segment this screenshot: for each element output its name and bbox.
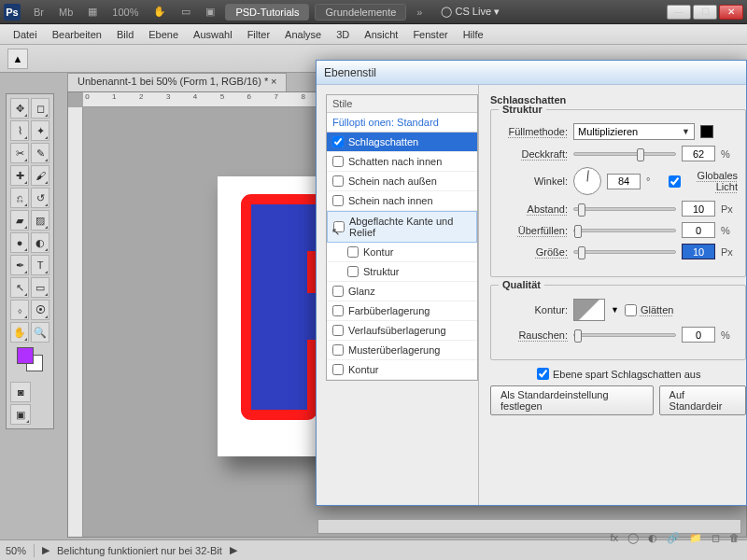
status-arrow-icon-2[interactable]: ▶: [230, 544, 237, 556]
menu-analyse[interactable]: Analyse: [277, 26, 329, 43]
gradient-tool[interactable]: ▨: [31, 210, 49, 231]
new-icon[interactable]: ◻: [712, 532, 720, 544]
abstand-input[interactable]: [682, 201, 715, 217]
folder-icon[interactable]: 📁: [689, 532, 702, 544]
stamp-tool[interactable]: ⎌: [10, 188, 29, 208]
style-row-musterueberlagerung[interactable]: Musterüberlagerung: [327, 341, 477, 360]
minibridge-button[interactable]: Mb: [53, 5, 78, 20]
foreground-color-swatch[interactable]: [17, 347, 34, 364]
workspace-grundelemente[interactable]: Grundelemente: [315, 4, 406, 21]
move-tool[interactable]: ✥: [10, 98, 29, 119]
style-check[interactable]: [332, 325, 344, 336]
workspace-more-icon[interactable]: »: [411, 5, 428, 20]
winkel-input[interactable]: [607, 174, 641, 189]
brush-tool[interactable]: 🖌: [31, 165, 49, 186]
blur-tool[interactable]: ●: [10, 232, 29, 253]
style-row-kontur[interactable]: Kontur: [327, 360, 477, 380]
marquee-tool[interactable]: ◻: [31, 98, 49, 119]
hand-tool[interactable]: ✋: [10, 322, 29, 343]
shadow-color-swatch[interactable]: [700, 125, 713, 138]
heal-tool[interactable]: ✚: [10, 165, 29, 186]
menu-filter[interactable]: Filter: [240, 26, 277, 43]
window-close-button[interactable]: ✕: [719, 5, 743, 20]
zoom-level[interactable]: 100%: [106, 5, 144, 20]
pen-tool[interactable]: ✒: [10, 255, 29, 275]
deckkraft-slider[interactable]: [573, 152, 676, 156]
groesse-input[interactable]: [682, 244, 715, 259]
style-row-glanz[interactable]: Glanz: [327, 282, 477, 301]
menu-bild[interactable]: Bild: [109, 26, 141, 43]
style-row-schein-aussen[interactable]: Schein nach außen: [327, 172, 477, 191]
style-check[interactable]: [347, 246, 359, 258]
style-row-schein-innen[interactable]: Schein nach innen: [327, 191, 477, 211]
style-check[interactable]: [332, 156, 344, 167]
groesse-slider[interactable]: [573, 250, 676, 254]
lasso-tool[interactable]: ⌇: [10, 120, 29, 141]
eraser-tool[interactable]: ▰: [10, 210, 29, 231]
eyedropper-tool[interactable]: ✎: [31, 143, 49, 163]
menu-bearbeiten[interactable]: Bearbeiten: [45, 26, 109, 43]
style-row-farbueberlagerung[interactable]: Farbüberlagerung: [327, 301, 477, 321]
link-icon[interactable]: 🔗: [667, 532, 680, 544]
abstand-slider[interactable]: [573, 207, 676, 211]
rauschen-slider[interactable]: [573, 333, 676, 337]
path-tool[interactable]: ↖: [10, 277, 29, 298]
menu-ebene[interactable]: Ebene: [141, 26, 186, 43]
chevron-down-icon[interactable]: ▼: [611, 305, 619, 315]
status-arrow-icon[interactable]: ▶: [42, 544, 49, 556]
view-rulers-icon[interactable]: ▦: [82, 4, 103, 20]
window-maximize-button[interactable]: ☐: [693, 5, 717, 20]
style-check-schlagschatten[interactable]: [332, 136, 344, 147]
style-row-schatten-innen[interactable]: Schatten nach innen: [327, 152, 477, 172]
style-check[interactable]: [332, 305, 344, 316]
zoom-tool[interactable]: 🔍: [31, 322, 49, 343]
3d-camera-tool[interactable]: ⦿: [31, 300, 49, 320]
fx-icon[interactable]: fx: [610, 532, 618, 544]
type-tool[interactable]: T: [31, 255, 49, 275]
menu-fenster[interactable]: Fenster: [405, 26, 455, 43]
ueberfuellen-input[interactable]: [682, 222, 715, 238]
wand-tool[interactable]: ✦: [31, 120, 49, 141]
status-zoom[interactable]: 50%: [6, 545, 26, 556]
screenmode-icon[interactable]: ▣: [200, 4, 220, 20]
style-row-verlaufsueberlagerung[interactable]: Verlaufsüberlagerung: [327, 321, 477, 341]
bridge-button[interactable]: Br: [28, 5, 49, 20]
arrange-icon[interactable]: ▭: [176, 4, 196, 20]
screenmode-button[interactable]: ▣: [10, 404, 31, 425]
rauschen-input[interactable]: [682, 327, 715, 343]
current-tool-icon[interactable]: ▲: [7, 49, 28, 69]
winkel-dial[interactable]: [573, 167, 601, 195]
hand-icon[interactable]: ✋: [148, 4, 172, 20]
fuellmethode-dropdown[interactable]: Multiplizieren▼: [573, 123, 695, 140]
trash-icon[interactable]: 🗑: [729, 532, 740, 544]
make-default-button[interactable]: Als Standardeinstellung festlegen: [490, 385, 654, 415]
tab-close-icon[interactable]: ×: [271, 76, 276, 87]
menu-hilfe[interactable]: Hilfe: [456, 26, 491, 43]
menu-3d[interactable]: 3D: [329, 26, 357, 43]
style-check[interactable]: [332, 175, 344, 187]
global-light-checkbox[interactable]: Globales Licht: [669, 170, 738, 192]
window-minimize-button[interactable]: —: [667, 5, 691, 20]
reset-default-button[interactable]: Auf Standardeir: [659, 385, 746, 415]
spare-shadow-checkbox[interactable]: Ebene spart Schlagschatten aus: [537, 368, 746, 380]
menu-ansicht[interactable]: Ansicht: [357, 26, 405, 43]
style-check[interactable]: [332, 364, 344, 375]
menu-auswahl[interactable]: Auswahl: [186, 26, 240, 43]
workspace-tutorials[interactable]: PSD-Tutorials: [225, 4, 309, 21]
style-check[interactable]: [332, 195, 344, 206]
crop-tool[interactable]: ✂: [10, 143, 29, 163]
glaetten-checkbox[interactable]: Glätten: [625, 304, 694, 316]
kontur-picker[interactable]: [573, 299, 605, 321]
history-brush-tool[interactable]: ↺: [31, 188, 49, 208]
mask-icon[interactable]: ◯: [627, 532, 639, 544]
ueberfuellen-slider[interactable]: [573, 229, 676, 232]
fill-options-row[interactable]: Füllopti onen: Standard: [327, 113, 477, 133]
quickmask-button[interactable]: ◙: [10, 382, 31, 402]
style-row-schlagschatten[interactable]: Schlagschatten: [327, 133, 477, 152]
dodge-tool[interactable]: ◐: [31, 232, 49, 253]
style-check[interactable]: [332, 344, 344, 356]
menu-datei[interactable]: Datei: [6, 26, 45, 43]
style-row-bevel[interactable]: Abgeflachte Kante und Relief↖: [327, 211, 477, 243]
cslive-button[interactable]: CS Live: [456, 6, 492, 17]
dialog-titlebar[interactable]: Ebenenstil: [317, 61, 746, 85]
